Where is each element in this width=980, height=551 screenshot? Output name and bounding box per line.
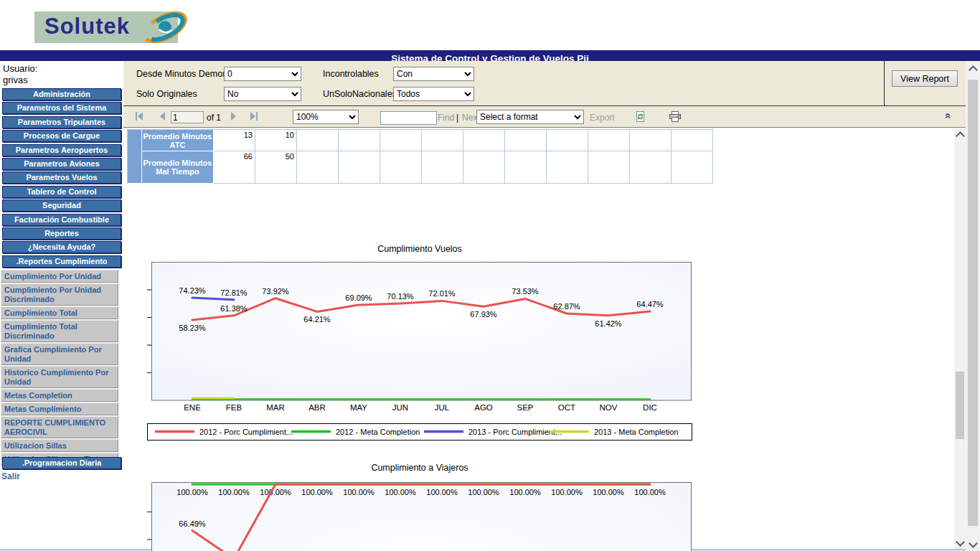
sidebar-button-1[interactable]: Parametros del Sistema xyxy=(2,102,121,114)
table-cell xyxy=(297,130,339,151)
logout-link[interactable]: Salir xyxy=(1,471,20,481)
svg-text:FEB: FEB xyxy=(226,403,242,412)
svg-text:Cumplimiento Vuelos: Cumplimiento Vuelos xyxy=(377,244,462,254)
first-page-icon[interactable] xyxy=(135,111,143,121)
svg-text:100.00%: 100.00% xyxy=(593,488,624,496)
sidebar-button-3[interactable]: Procesos de Cargue xyxy=(2,130,121,142)
sidebar-button-2[interactable]: Parametros Tripulantes xyxy=(2,116,121,128)
filter-label-incontrolables: Incontrolables xyxy=(323,69,379,79)
table-cell xyxy=(505,130,547,151)
application-window: Solutek Sistema de Control y Gestion de … xyxy=(0,0,980,551)
sidebar-button-4[interactable]: Parametros Aeropuertos xyxy=(2,144,121,156)
sidebar-button-11[interactable]: ¿Necesita Ayuda? xyxy=(2,241,121,253)
svg-text:61.42%: 61.42% xyxy=(595,319,622,328)
svg-text:62.87%: 62.87% xyxy=(553,302,580,311)
user-label: Usuario: xyxy=(3,63,37,74)
table-cell: 66 xyxy=(214,151,255,184)
export-link[interactable]: Export xyxy=(590,113,615,123)
report-link-3[interactable]: Cumplimiento Total Discriminado xyxy=(1,320,118,342)
export-format-select[interactable]: Select a format xyxy=(476,110,584,124)
print-icon[interactable] xyxy=(669,110,682,123)
svg-text:100.00%: 100.00% xyxy=(634,488,666,496)
svg-text:OCT: OCT xyxy=(558,403,575,412)
svg-text:61.38%: 61.38% xyxy=(220,304,248,313)
sidebar-button-10[interactable]: Reportes xyxy=(2,227,121,240)
find-link[interactable]: Find xyxy=(438,113,454,123)
svg-text:Cumplimiento a Viajeros: Cumplimiento a Viajeros xyxy=(371,463,468,473)
refresh-icon[interactable] xyxy=(634,110,646,123)
report-link-6[interactable]: Metas Completion xyxy=(1,389,118,402)
report-link-7[interactable]: Metas Cumplimiento xyxy=(1,402,118,415)
desde-minutos-select[interactable]: 0 xyxy=(224,67,301,81)
panel-divider xyxy=(884,61,885,105)
table-cell xyxy=(672,151,713,184)
find-input[interactable] xyxy=(380,111,437,125)
svg-text:2012 - Meta Completion: 2012 - Meta Completion xyxy=(336,428,420,436)
solo-originales-select[interactable]: No xyxy=(224,87,301,101)
sidebar-button-7[interactable]: Tablero de Control xyxy=(2,186,121,198)
unsolonacionales-select[interactable]: Todos xyxy=(393,87,474,101)
zoom-select[interactable]: 100% xyxy=(293,110,359,124)
page-number-input[interactable] xyxy=(171,111,204,123)
previous-page-icon[interactable] xyxy=(158,111,166,121)
sidebar: Usuario: grivas AdministraciónParametros… xyxy=(0,61,123,551)
svg-text:67.93%: 67.93% xyxy=(470,310,497,319)
filter-label-solo-originales: Solo Originales xyxy=(136,89,197,99)
svg-text:64.21%: 64.21% xyxy=(303,315,331,324)
svg-text:JUN: JUN xyxy=(392,403,408,412)
sidebar-item-programacion-diaria[interactable]: .Programacion Diaria xyxy=(2,457,121,469)
incontrolables-select[interactable]: Con xyxy=(393,67,474,81)
sidebar-bottom-button-wrap: .Programacion Diaria xyxy=(2,457,121,471)
sidebar-button-9[interactable]: Facturación Combustible xyxy=(2,214,121,226)
report-link-9[interactable]: Utilizacion Sillas xyxy=(1,439,118,452)
svg-text:64.47%: 64.47% xyxy=(636,300,664,309)
svg-text:100.00%: 100.00% xyxy=(509,488,541,496)
svg-text:2012 - Porc Cumplimient...: 2012 - Porc Cumplimient... xyxy=(199,428,293,436)
report-link-5[interactable]: Historico Cumplimiento Por Unidad xyxy=(1,366,118,388)
next-page-icon[interactable] xyxy=(230,111,238,121)
window-scroll-up-icon[interactable] xyxy=(969,65,978,75)
logo-swirl-icon xyxy=(136,6,192,49)
sidebar-menu: AdministraciónParametros del SistemaPara… xyxy=(2,88,121,269)
window-scrollbar-thumb[interactable] xyxy=(968,80,978,526)
window-scroll-down-icon[interactable] xyxy=(969,539,978,548)
svg-text:73.92%: 73.92% xyxy=(262,287,289,296)
table-cell xyxy=(380,130,422,151)
svg-text:69.09%: 69.09% xyxy=(345,293,372,302)
svg-text:100.00%: 100.00% xyxy=(551,488,583,496)
report-scrollbar-thumb[interactable] xyxy=(956,372,964,439)
report-toolbar: of 1 100% Find | Next Select a format Ex… xyxy=(123,106,966,128)
svg-text:100.00%: 100.00% xyxy=(385,488,416,496)
scroll-up-icon[interactable] xyxy=(956,131,965,141)
table-cell xyxy=(339,130,380,151)
sidebar-button-6[interactable]: Parametros Vuelos xyxy=(2,171,121,184)
collapse-parameters-icon[interactable]: « xyxy=(943,113,955,118)
title-bar: Sistema de Control y Gestion de Vuelos P… xyxy=(0,50,980,61)
svg-text:NOV: NOV xyxy=(600,403,618,412)
svg-text:SEP: SEP xyxy=(517,403,533,412)
sidebar-button-12[interactable]: .Reportes Cumplimiento xyxy=(2,255,121,268)
report-link-1[interactable]: Cumplimiento Por Unidad Discriminado xyxy=(1,283,118,306)
report-link-0[interactable]: Cumplimiento Por Unidad xyxy=(1,270,118,283)
report-link-2[interactable]: Cumplimiento Total xyxy=(1,306,118,319)
report-scrollbar xyxy=(954,128,966,551)
find-next-separator: | xyxy=(456,113,458,123)
sidebar-button-5[interactable]: Parametros Aviones xyxy=(2,158,121,170)
report-table: Promedio Minutos ATC1310Promedio Minutos… xyxy=(127,129,713,184)
svg-text:DIC: DIC xyxy=(643,403,657,412)
sidebar-button-0[interactable]: Administración xyxy=(2,88,121,100)
view-report-button[interactable]: View Report xyxy=(892,70,958,87)
report-link-8[interactable]: REPORTE CUMPLIMIENTO AEROCIVIL xyxy=(1,416,118,438)
page-title: Sistema de Control y Gestion de Vuelos P… xyxy=(0,53,980,61)
table-cell: 10 xyxy=(255,130,297,151)
table-cell xyxy=(297,151,339,184)
top-banner: Solutek xyxy=(0,0,980,50)
table-corner-cell xyxy=(128,130,142,184)
svg-text:66.49%: 66.49% xyxy=(179,519,206,528)
table-cell xyxy=(380,151,422,184)
scroll-down-icon[interactable] xyxy=(956,537,965,547)
svg-text:70.13%: 70.13% xyxy=(387,292,414,301)
last-page-icon[interactable] xyxy=(250,111,258,121)
sidebar-button-8[interactable]: Seguridad xyxy=(2,199,121,212)
report-link-4[interactable]: Grafica Cumplimiento Por Unidad xyxy=(1,343,118,365)
